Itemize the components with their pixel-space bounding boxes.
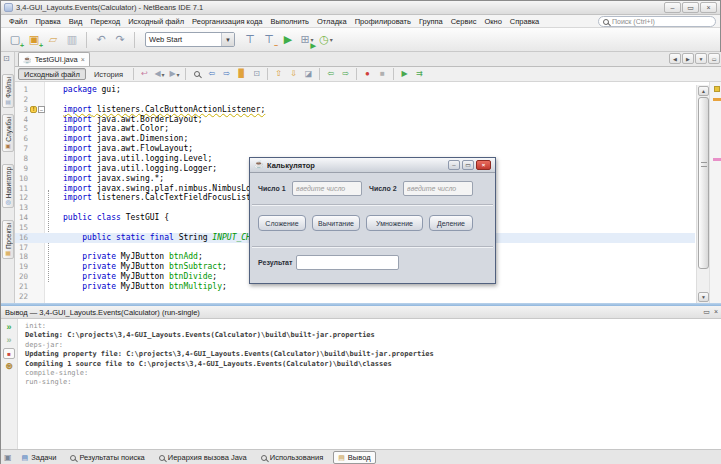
code-line[interactable]: 7import java.awt.FlowLayout; bbox=[15, 144, 695, 154]
build-project-icon[interactable]: ⊤ bbox=[242, 32, 258, 48]
menu-item-переход[interactable]: Переход bbox=[86, 17, 124, 26]
next-occurrence-icon[interactable]: ⇨ bbox=[220, 68, 233, 81]
warning-badge-icon[interactable]: ! bbox=[30, 106, 37, 113]
float-window-icon[interactable]: ▭ bbox=[703, 308, 710, 316]
code-line[interactable]: 2 bbox=[15, 95, 695, 105]
member-stripe-mark[interactable] bbox=[713, 158, 721, 161]
next-bookmark-icon[interactable]: ⇩ bbox=[287, 68, 300, 81]
undo-icon[interactable]: ↶ bbox=[93, 32, 109, 48]
scrollbar-thumb[interactable] bbox=[698, 97, 709, 269]
ant-settings-icon[interactable]: ⊛ bbox=[3, 361, 15, 372]
source-view-button[interactable]: Исходный файл bbox=[18, 68, 86, 80]
run-project-icon[interactable]: ▶ bbox=[280, 32, 296, 48]
forward-icon[interactable]: ▶▾ bbox=[168, 68, 181, 81]
calc-button-4[interactable]: Деление bbox=[429, 215, 473, 231]
dialog-close-button[interactable]: × bbox=[476, 160, 491, 170]
num2-input[interactable] bbox=[403, 181, 473, 196]
dropdown-caret-icon[interactable]: ▾ bbox=[162, 71, 165, 78]
error-stripe[interactable] bbox=[709, 82, 721, 303]
menu-item-сервис[interactable]: Сервис bbox=[447, 17, 481, 26]
bottom-tab-call-hierarchy[interactable]: Иерархия вызова Java bbox=[155, 452, 251, 463]
minimize-button[interactable]: – bbox=[664, 2, 681, 13]
dialog-minimize-button[interactable]: – bbox=[448, 160, 460, 170]
run-to-cursor-icon[interactable]: ▶ bbox=[398, 68, 411, 81]
tab-list-icon[interactable]: ▼ bbox=[695, 53, 707, 64]
sidebar-tab-services[interactable]: Службы▣ bbox=[2, 114, 14, 152]
editor-scrollbar[interactable]: ▲ ▼ bbox=[696, 85, 709, 303]
calc-button-3[interactable]: Умножение bbox=[366, 215, 423, 231]
menu-item-вид[interactable]: Вид bbox=[65, 17, 87, 26]
bottom-tab-search-results[interactable]: Результаты поиска bbox=[66, 452, 148, 463]
stop-build-icon[interactable]: ■ bbox=[3, 348, 15, 359]
menu-item-справка[interactable]: Справка bbox=[506, 17, 543, 26]
calculator-title-bar[interactable]: ☕ Калькулятор –▭× bbox=[250, 158, 495, 173]
warning-stripe-mark[interactable] bbox=[713, 98, 721, 101]
sidebar-tab-files[interactable]: Файлы▤ bbox=[2, 74, 14, 108]
fold-collapse-icon[interactable]: − bbox=[38, 106, 45, 113]
sidebar-tab-navigator[interactable]: Навигатор◎ bbox=[2, 164, 14, 208]
toggle-bookmark-icon[interactable]: ◪ bbox=[302, 68, 315, 81]
menu-item-окно[interactable]: Окно bbox=[480, 17, 505, 26]
previous-bookmark-icon[interactable]: ⇧ bbox=[272, 68, 285, 81]
scroll-tabs-left-icon[interactable]: ◀ bbox=[669, 53, 681, 64]
calc-button-2[interactable]: Вычитание bbox=[312, 215, 360, 231]
warnings-flag-icon[interactable] bbox=[714, 86, 720, 92]
menu-item-выполнить[interactable]: Выполнить bbox=[267, 17, 314, 26]
save-all-icon[interactable]: ▥ bbox=[64, 32, 80, 48]
bottom-tab-usages[interactable]: Использования bbox=[257, 452, 327, 463]
history-view-button[interactable]: История bbox=[88, 68, 129, 80]
menu-item-исходный-файл[interactable]: Исходный файл bbox=[124, 17, 188, 26]
apply-code-changes-icon[interactable]: ⇉ bbox=[413, 68, 426, 81]
scroll-up-icon[interactable]: ▲ bbox=[698, 86, 709, 96]
menu-item-правка[interactable]: Правка bbox=[31, 17, 64, 26]
output-header[interactable]: Вывод — 3,4-GUI_Layouts.Events(Calculato… bbox=[1, 306, 721, 319]
close-tab-icon[interactable]: × bbox=[81, 56, 85, 63]
scroll-down-icon[interactable]: ▼ bbox=[698, 292, 709, 302]
combo-dropdown-icon[interactable]: ▼ bbox=[221, 33, 234, 46]
dropdown-caret-icon[interactable]: ▾ bbox=[177, 71, 180, 78]
code-line[interactable]: 4import java.awt.BorderLayout; bbox=[15, 115, 695, 125]
redo-icon[interactable]: ↷ bbox=[112, 32, 128, 48]
config-combobox[interactable]: Web Start▼ bbox=[145, 32, 235, 47]
toggle-breakpoint-icon[interactable]: ● bbox=[361, 68, 374, 81]
result-input[interactable] bbox=[296, 255, 399, 270]
scroll-tabs-right-icon[interactable]: ▶ bbox=[682, 53, 694, 64]
back-icon[interactable]: ◀▾ bbox=[153, 68, 166, 81]
stop-macro-icon[interactable]: ■ bbox=[376, 68, 389, 81]
new-project-icon[interactable]: ▣+ bbox=[26, 32, 42, 48]
menu-item-группа[interactable]: Группа bbox=[415, 17, 447, 26]
last-edit-position-icon[interactable]: ↩ bbox=[138, 68, 151, 81]
quick-search[interactable]: Поиск (Ctrl+I) bbox=[598, 16, 716, 27]
code-line[interactable]: 5import java.awt.Color; bbox=[15, 124, 695, 134]
debug-project-icon[interactable]: ⊞▶▾ bbox=[299, 32, 315, 48]
close-button[interactable]: × bbox=[700, 2, 717, 13]
code-line[interactable]: 1package gui; bbox=[15, 85, 695, 95]
menu-item-отладка[interactable]: Отладка bbox=[313, 17, 351, 26]
minimized-window-icon[interactable]: ⊡ bbox=[3, 54, 10, 63]
previous-occurrence-icon[interactable]: ⇦ bbox=[205, 68, 218, 81]
code-line[interactable]: 22 bbox=[15, 292, 695, 302]
shift-line-left-icon[interactable]: ⇦ bbox=[324, 68, 337, 81]
select-in-projects-icon[interactable]: ⊡ bbox=[250, 68, 263, 81]
bottom-tab-tasks[interactable]: ▤Задачи bbox=[18, 452, 61, 463]
open-project-icon[interactable]: ▱ bbox=[45, 32, 61, 48]
num1-input[interactable] bbox=[292, 181, 362, 196]
find-selection-icon[interactable] bbox=[190, 68, 203, 81]
calculator-dialog[interactable]: ☕ Калькулятор –▭× Число 1 Число 2 Сложен… bbox=[249, 157, 496, 284]
sidebar-tab-projects[interactable]: Проекты▦ bbox=[2, 220, 14, 259]
new-file-icon[interactable]: ▢+ bbox=[7, 32, 23, 48]
rerun-icon[interactable]: » bbox=[3, 322, 15, 333]
menu-item-профилировать[interactable]: Профилировать bbox=[351, 17, 415, 26]
toggle-highlight-icon[interactable]: ▉ bbox=[235, 68, 248, 81]
dropdown-caret-icon[interactable]: ▾ bbox=[330, 36, 333, 43]
restore-group-icon[interactable]: ▣ bbox=[4, 453, 12, 462]
restore-button[interactable]: ▭ bbox=[682, 2, 699, 13]
menu-item-реорганизация-кода[interactable]: Реорганизация кода bbox=[188, 17, 266, 26]
maximize-editor-icon[interactable]: ▭ bbox=[708, 53, 720, 64]
close-output-icon[interactable]: × bbox=[714, 308, 718, 316]
editor-tab-testgui[interactable]: ☕ TestGUI.java × bbox=[18, 52, 90, 66]
calc-button-1[interactable]: Сложение bbox=[258, 215, 306, 231]
code-line[interactable]: 3!−import listeners.CalcButtonActionList… bbox=[15, 105, 695, 115]
menu-item-файл[interactable]: Файл bbox=[5, 17, 31, 26]
code-line[interactable]: 6import java.awt.Dimension; bbox=[15, 134, 695, 144]
